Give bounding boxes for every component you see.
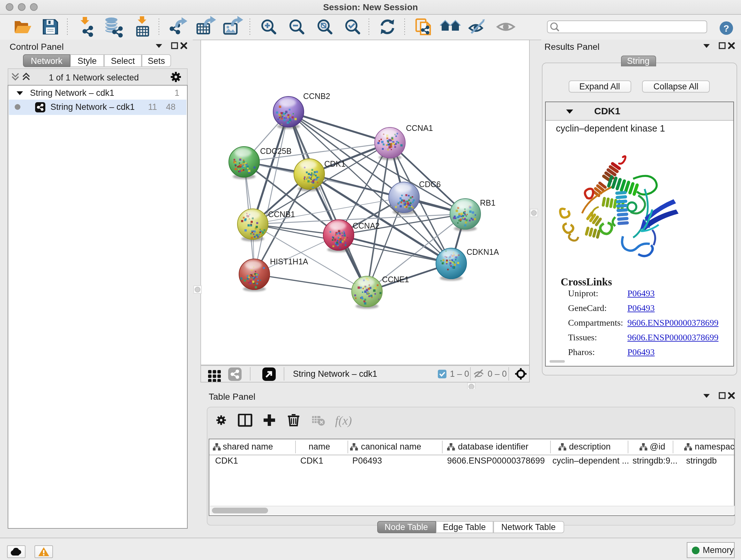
- svg-text:CDK1: CDK1: [324, 159, 346, 168]
- svg-text:CCNB2: CCNB2: [303, 91, 330, 101]
- svg-text:RB1: RB1: [480, 198, 495, 207]
- svg-text:HIST1H1A: HIST1H1A: [270, 257, 308, 266]
- svg-text:1 – 0: 1 – 0: [450, 369, 469, 379]
- svg-text:String Network – cdk1: String Network – cdk1: [293, 369, 377, 379]
- svg-text:CCNB1: CCNB1: [268, 210, 295, 219]
- svg-text:CDC6: CDC6: [419, 180, 441, 189]
- svg-text:CCNA1: CCNA1: [406, 124, 433, 132]
- svg-text:0 – 0: 0 – 0: [488, 369, 507, 379]
- svg-text:CDKN1A: CDKN1A: [467, 247, 499, 256]
- svg-text:CCNE1: CCNE1: [382, 275, 409, 284]
- svg-text:f(x): f(x): [335, 414, 352, 428]
- svg-text:CDC25B: CDC25B: [260, 146, 292, 155]
- svg-text:CCNA2: CCNA2: [353, 221, 380, 230]
- svg-text:?: ?: [724, 23, 729, 34]
